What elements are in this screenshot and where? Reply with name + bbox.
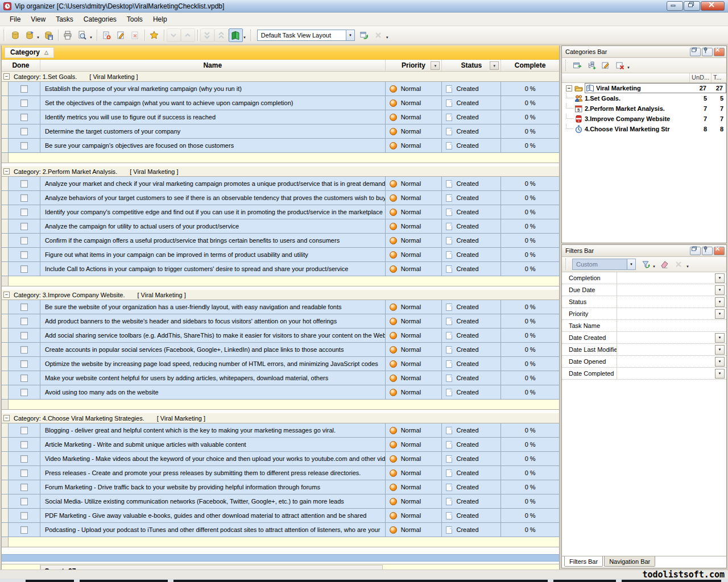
task-done-checkbox[interactable] [20, 114, 28, 121]
undone-column-header[interactable]: UnD... [689, 73, 711, 82]
task-row[interactable]: Analyze the campaign for utility to actu… [2, 219, 559, 234]
task-row[interactable]: Blogging - deliver great and helpful con… [2, 423, 559, 438]
toolbar-grip[interactable] [250, 30, 253, 41]
task-row[interactable]: Confirm if the campaign offers a useful … [2, 234, 559, 248]
task-row[interactable]: Be sure your campaign's objectives are f… [2, 139, 559, 153]
category-tree-item[interactable]: 4.Choose Viral Marketing Str 8 8 [562, 124, 726, 134]
filter-preset-combo[interactable]: Custom ▼ [572, 259, 636, 270]
save-database-button[interactable] [42, 28, 56, 42]
filter-dropdown-button[interactable]: ▼ [715, 333, 725, 343]
task-done-checkbox[interactable] [20, 427, 28, 434]
delete-task-button[interactable] [128, 28, 142, 42]
total-column-header[interactable]: T... [711, 73, 726, 82]
task-row[interactable]: Figure out what items in your campaign c… [2, 248, 559, 262]
filter-value-cell[interactable] [617, 332, 715, 343]
menu-tools[interactable]: Tools [122, 14, 148, 25]
restore-button[interactable] [684, 1, 700, 11]
categories-bar-header[interactable]: Categories Bar [562, 46, 726, 58]
move-to-bottom-button[interactable] [200, 28, 214, 42]
filter-row[interactable]: Date Completed ▼ [562, 368, 726, 380]
delete-filter-button[interactable] [672, 257, 686, 271]
filter-row[interactable]: Completion ▼ [562, 272, 726, 284]
filter-value-cell[interactable] [617, 296, 715, 307]
filter-dropdown-button[interactable]: ▼ [715, 345, 725, 355]
task-row[interactable]: Article Marketing - Write and submit uni… [2, 438, 559, 452]
task-done-checkbox[interactable] [20, 180, 28, 188]
task-row[interactable]: Identify your company's competitive edge… [2, 205, 559, 219]
task-done-checkbox[interactable] [20, 142, 28, 149]
column-header-done[interactable]: Done [2, 60, 40, 71]
filter-value-cell[interactable] [617, 284, 715, 296]
task-row[interactable]: Identify metrics you will use to figure … [2, 110, 559, 124]
move-down-button[interactable] [167, 28, 181, 42]
category-tree-item[interactable]: 3.Improve Company Website 7 7 [562, 114, 726, 124]
task-row[interactable]: Determine the target customers of your c… [2, 124, 559, 139]
view-layout-toggle-button[interactable] [229, 28, 243, 42]
task-done-checkbox[interactable] [20, 484, 28, 491]
menu-help[interactable]: Help [148, 14, 172, 25]
taskbar-button[interactable] [553, 580, 616, 582]
column-header-complete[interactable]: Complete [501, 60, 559, 71]
taskbar-button[interactable] [26, 580, 74, 582]
layout-combo[interactable]: Default Task View Layout ▼ [257, 30, 355, 41]
filter-row[interactable]: Due Date ▼ [562, 284, 726, 296]
task-row[interactable]: Avoid using too many ads on the website … [2, 385, 559, 400]
task-done-checkbox[interactable] [20, 455, 28, 463]
task-done-checkbox[interactable] [20, 389, 28, 396]
task-row[interactable]: Analyze behaviors of your target custome… [2, 191, 559, 205]
taskbar-button[interactable] [173, 580, 548, 582]
task-done-checkbox[interactable] [20, 512, 28, 519]
task-done-checkbox[interactable] [20, 526, 28, 534]
task-done-checkbox[interactable] [20, 99, 28, 107]
task-done-checkbox[interactable] [20, 346, 28, 354]
collapse-group-icon[interactable]: − [3, 415, 10, 421]
task-row[interactable]: Include Call to Actions in your campaign… [2, 262, 559, 276]
task-row[interactable]: Create accounts in popular social servic… [2, 343, 559, 357]
category-tree-root[interactable]: − Viral Marketing 27 27 [562, 83, 726, 93]
open-database-dropdown[interactable]: ▼ [36, 36, 40, 39]
filter-value-cell[interactable] [617, 356, 715, 367]
filter-dropdown-button[interactable]: ▼ [715, 309, 725, 319]
layout-combo-arrow[interactable]: ▼ [346, 30, 354, 40]
menu-view[interactable]: View [26, 14, 51, 25]
print-preview-dropdown[interactable]: ▼ [89, 36, 93, 39]
categories-toolbar-dropdown[interactable]: ▼ [627, 66, 630, 69]
clear-filter-button[interactable] [657, 257, 672, 271]
task-done-checkbox[interactable] [20, 375, 28, 382]
task-done-checkbox[interactable] [20, 469, 28, 477]
task-done-checkbox[interactable] [20, 223, 28, 230]
priority-filter-button[interactable]: ▼ [431, 61, 440, 70]
column-header-priority[interactable]: Priority ▼ [386, 60, 442, 71]
filter-row[interactable]: Status ▼ [562, 296, 726, 308]
tab-navigation-bar[interactable]: Navigation Bar [604, 556, 655, 567]
filter-row[interactable]: Date Last Modified ▼ [562, 344, 726, 356]
status-filter-button[interactable]: ▼ [490, 61, 499, 70]
category-tree-item[interactable]: 5 2.Perform Market Analysis. 7 7 [562, 103, 726, 114]
filter-row[interactable]: Task Name [562, 320, 726, 332]
filters-restore-button[interactable] [690, 247, 701, 255]
filters-bar-header[interactable]: Filters Bar [562, 245, 726, 257]
filter-dropdown-button[interactable]: ▼ [715, 369, 725, 379]
category-tree-item[interactable]: 1.Set Goals. 5 5 [562, 93, 726, 103]
tab-filters-bar[interactable]: Filters Bar [564, 556, 603, 567]
menu-categories[interactable]: Categories [78, 14, 122, 25]
new-task-button[interactable] [100, 28, 114, 42]
group-header-row[interactable]: − Category: 3.Improve Company Website. [… [2, 290, 559, 300]
apply-filter-dropdown[interactable]: ▼ [652, 265, 656, 268]
filter-value-cell[interactable] [617, 368, 715, 379]
new-category-button[interactable] [570, 59, 584, 72]
view-layout-dropdown[interactable]: ▼ [243, 36, 246, 39]
task-row[interactable]: Video Marketing - Make videos about the … [2, 452, 559, 466]
group-header-row[interactable]: − Category: 4.Choose Viral Marketing Str… [2, 413, 559, 423]
group-by-category-button[interactable]: Category △ [5, 47, 54, 58]
collapse-group-icon[interactable]: − [3, 292, 10, 298]
task-done-checkbox[interactable] [20, 251, 28, 259]
task-done-checkbox[interactable] [20, 318, 28, 325]
filter-value-cell[interactable] [617, 344, 715, 355]
edit-task-button[interactable] [114, 28, 128, 42]
mark-complete-button[interactable] [147, 28, 162, 42]
menu-file[interactable]: File [5, 14, 26, 25]
open-database-button[interactable] [22, 28, 36, 42]
task-row[interactable]: Forum Marketing - Drive traffic back to … [2, 480, 559, 494]
task-row[interactable]: Optimize the website by increasing page … [2, 357, 559, 371]
